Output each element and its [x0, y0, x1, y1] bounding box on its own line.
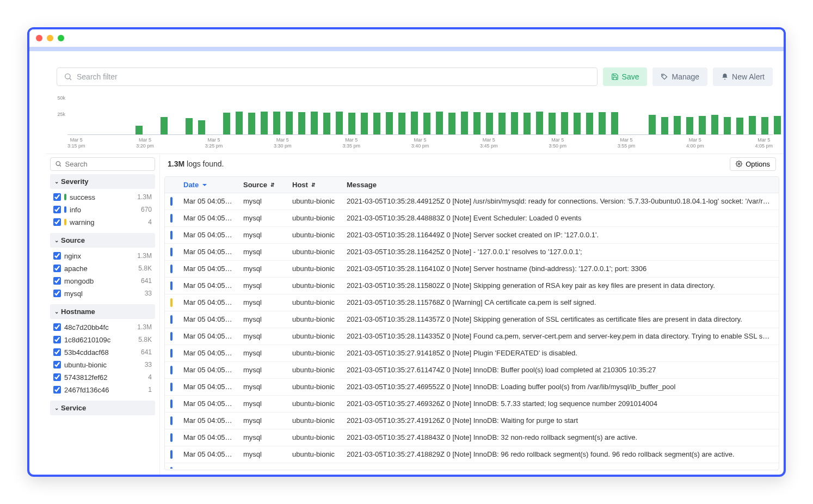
facet-checkbox[interactable]	[53, 277, 61, 285]
histogram-bar[interactable]	[674, 116, 681, 134]
facet-item[interactable]: mysql33	[50, 287, 155, 300]
histogram-bar[interactable]	[699, 116, 706, 134]
histogram-bar[interactable]	[411, 112, 418, 134]
histogram-bar[interactable]	[273, 112, 280, 134]
table-row[interactable]: Mar 05 04:05:39mysqlubuntu-bionic2021-03…	[165, 244, 779, 261]
table-row[interactable]: Mar 05 04:05:39mysqlubuntu-bionic2021-03…	[165, 429, 779, 446]
histogram-bar[interactable]	[611, 112, 618, 134]
histogram-bar[interactable]	[736, 118, 743, 134]
histogram-bar[interactable]	[161, 117, 168, 134]
close-window-button[interactable]	[36, 35, 42, 41]
facet-item[interactable]: 1c8d6210109c5.8K	[50, 334, 155, 346]
histogram-bar[interactable]	[536, 112, 543, 134]
facet-checkbox[interactable]	[53, 290, 61, 297]
histogram-bar[interactable]	[423, 113, 430, 134]
histogram-bar[interactable]	[286, 112, 293, 134]
histogram-bar[interactable]	[298, 112, 305, 134]
search-filter-container[interactable]	[57, 67, 598, 86]
histogram-bar[interactable]	[448, 113, 455, 134]
histogram-bar[interactable]	[586, 113, 593, 134]
new-alert-button[interactable]: New Alert	[713, 67, 773, 86]
table-row[interactable]: Mar 05 04:05:39mysqlubuntu-bionic2021-03…	[165, 345, 779, 362]
facet-item[interactable]: info670	[50, 204, 155, 216]
histogram-bar[interactable]	[186, 118, 193, 134]
facet-checkbox[interactable]	[53, 373, 61, 381]
facet-item[interactable]: apache5.8K	[50, 262, 155, 275]
facet-header-service[interactable]: ⌄ Service	[50, 401, 155, 415]
histogram-bar[interactable]	[574, 113, 581, 134]
table-body[interactable]: Mar 05 04:05:39mysqlubuntu-bionic2021-03…	[165, 193, 779, 469]
histogram-bar[interactable]	[223, 113, 230, 134]
histogram-bar[interactable]	[511, 112, 518, 134]
histogram-bar[interactable]	[373, 113, 380, 134]
histogram-bar[interactable]	[661, 117, 668, 134]
histogram-bar[interactable]	[473, 112, 481, 134]
histogram-bar[interactable]	[323, 113, 330, 134]
facet-checkbox[interactable]	[53, 206, 61, 213]
histogram-bar[interactable]	[398, 113, 405, 134]
facet-header-source[interactable]: ⌄ Source	[50, 233, 155, 248]
facet-checkbox[interactable]	[53, 218, 61, 226]
histogram-bar[interactable]	[436, 112, 443, 134]
histogram-bar[interactable]	[136, 126, 143, 134]
minimize-window-button[interactable]	[47, 35, 53, 41]
histogram-bar[interactable]	[561, 112, 568, 134]
table-row[interactable]: Mar 05 04:05:39mysqlubuntu-bionic2021-03…	[165, 210, 779, 227]
histogram-bar[interactable]	[749, 116, 756, 134]
facet-item[interactable]: nginx1.3M	[50, 250, 155, 262]
facet-item[interactable]: 48c7d20bb4fc1.3M	[50, 321, 155, 334]
facet-header-severity[interactable]: ⌄ Severity	[50, 174, 155, 189]
histogram-bar[interactable]	[386, 112, 393, 134]
maximize-window-button[interactable]	[58, 35, 64, 41]
facet-checkbox[interactable]	[53, 336, 61, 343]
histogram-bar[interactable]	[724, 117, 731, 134]
histogram-bar[interactable]	[498, 113, 506, 134]
facet-search-container[interactable]	[50, 157, 155, 171]
facet-item[interactable]: ubuntu-bionic33	[50, 359, 155, 371]
facet-checkbox[interactable]	[53, 252, 61, 260]
table-row[interactable]: Mar 05 04:05:39mysqlubuntu-bionic2021-03…	[165, 261, 779, 278]
facet-item[interactable]: 2467fd136c461	[50, 384, 155, 396]
histogram-bar[interactable]	[486, 113, 493, 134]
column-header-message[interactable]: Message	[341, 177, 779, 193]
table-row[interactable]: Mar 05 04:05:39mysqlubuntu-bionic2021-03…	[165, 413, 779, 429]
table-row[interactable]: Mar 05 04:05:39mysqlubuntu-bionic2021-03…	[165, 193, 779, 210]
table-row[interactable]: Mar 05 04:05:39mysqlubuntu-bionic2021-03…	[165, 446, 779, 463]
histogram-bar[interactable]	[599, 112, 606, 134]
facet-item[interactable]: 5743812fef624	[50, 371, 155, 384]
facet-item[interactable]: warning4	[50, 216, 155, 229]
chart-bars[interactable]	[73, 102, 773, 134]
histogram-bar[interactable]	[549, 113, 556, 134]
histogram-bar[interactable]	[523, 113, 531, 134]
table-row[interactable]: Mar 05 04:05:39mysqlubuntu-bionic2021-03…	[165, 379, 779, 396]
histogram-bar[interactable]	[686, 117, 693, 134]
facet-checkbox[interactable]	[53, 361, 61, 368]
table-row[interactable]: Mar 05 04:05:39mysqlubuntu-bionic2021-03…	[165, 294, 779, 311]
histogram-bar[interactable]	[761, 117, 768, 134]
table-row[interactable]: Mar 05 04:05:39mysqlubuntu-bionic2021-03…	[165, 328, 779, 345]
column-header-date[interactable]: Date	[178, 177, 238, 193]
histogram-bar[interactable]	[461, 112, 468, 134]
histogram-bar[interactable]	[236, 112, 243, 134]
histogram-bar[interactable]	[711, 115, 718, 134]
table-row[interactable]: Mar 05 04:05:39mysqlubuntu-bionic2021-03…	[165, 362, 779, 379]
facet-item[interactable]: success1.3M	[50, 191, 155, 204]
histogram-bar[interactable]	[336, 112, 343, 134]
histogram-bar[interactable]	[649, 115, 656, 134]
histogram-bar[interactable]	[198, 120, 205, 134]
facet-item[interactable]: 53b4cddacf68641	[50, 346, 155, 359]
histogram-bar[interactable]	[361, 113, 368, 134]
table-row[interactable]: Mar 05 04:05:39mysqlubuntu-bionic2021-03…	[165, 278, 779, 294]
search-filter-input[interactable]	[77, 72, 590, 81]
facet-checkbox[interactable]	[53, 265, 61, 272]
histogram-bar[interactable]	[348, 113, 355, 134]
facet-search-input[interactable]	[65, 160, 150, 168]
facet-checkbox[interactable]	[53, 193, 61, 201]
histogram-bar[interactable]	[774, 116, 781, 134]
facet-checkbox[interactable]	[53, 386, 61, 394]
save-button[interactable]: Save	[603, 67, 648, 86]
histogram-bar[interactable]	[248, 113, 255, 134]
table-row[interactable]: Mar 05 04:05:39mysqlubuntu-bionic2021-03…	[165, 227, 779, 244]
histogram-bar[interactable]	[261, 112, 268, 134]
facet-item[interactable]: mongodb641	[50, 275, 155, 287]
